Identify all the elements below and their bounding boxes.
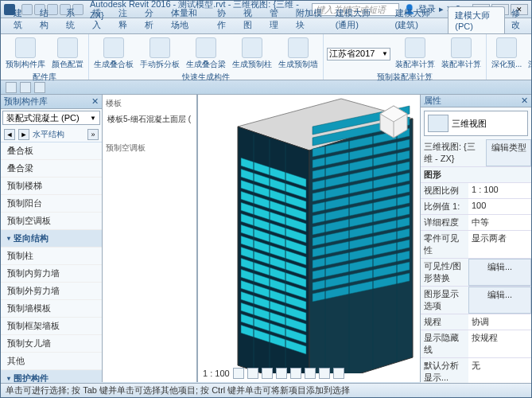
prefab-library-panel: 预制构件库 ✕ 装配式混凝土 (PC)▼ ◄ ► 水平结构 » 叠合板叠合梁预制… [1, 95, 103, 382]
btn-gen-column[interactable]: 生成预制柱 [231, 36, 274, 72]
property-row: 零件可见性显示两者 [421, 231, 531, 259]
view-cube[interactable] [374, 101, 414, 141]
ribbon-tab-strip: 建筑 结构 系统 插入 注释 分析 体量和场地 协作 视图 管理 附加模块 建模… [1, 18, 531, 34]
btn-gen-wall[interactable]: 生成预制墙 [277, 36, 320, 72]
edit-type-button[interactable]: 编辑类型 [486, 139, 531, 166]
prop-key: 比例值 1: [421, 199, 468, 214]
panel-close-icon[interactable]: ✕ [521, 96, 528, 106]
btn-prefab-library[interactable]: 预制构件库 [4, 36, 47, 72]
vc-render-icon[interactable] [290, 368, 301, 379]
tab-systems[interactable]: 系统 [60, 5, 86, 33]
tree-item[interactable]: 预制框架墙板 [1, 318, 102, 335]
panel-close-icon[interactable]: ✕ [91, 96, 99, 107]
btn-calc-2[interactable]: 装配率计算 [440, 36, 483, 72]
property-row: 图形显示选项编辑... [421, 287, 531, 314]
prop-key: 零件可见性 [421, 231, 468, 258]
tree-item[interactable]: 预制女儿墙 [1, 335, 102, 353]
property-row: 显示隐藏线按规程 [421, 330, 531, 358]
prop-value[interactable]: 按规程 [468, 330, 531, 357]
prop-key: 规程 [421, 314, 468, 330]
prop-value[interactable]: 100 [468, 199, 531, 214]
tree-item[interactable]: 预制空调板 [1, 213, 102, 230]
prop-value[interactable]: 中等 [468, 215, 531, 230]
btn-color-config[interactable]: 颜色配置 [50, 36, 85, 72]
type-selector[interactable]: 三维视图 [424, 111, 528, 136]
prop-value[interactable]: 显示两者 [468, 231, 531, 258]
property-row: 视图比例1 : 100 [421, 183, 531, 199]
tab-architecture[interactable]: 建筑 [7, 5, 33, 33]
properties-header: 属性 ✕ [421, 95, 531, 107]
tab-view[interactable]: 视图 [237, 5, 263, 33]
tree-category[interactable]: ▾围护构件 [1, 370, 102, 382]
opt-icon[interactable] [6, 82, 17, 93]
category-selector[interactable]: 装配式混凝土 (PC)▼ [2, 111, 100, 125]
preview-header-2: 预制空调板 [106, 142, 193, 154]
options-bar [1, 80, 531, 95]
prop-value[interactable]: 无 [468, 358, 531, 385]
prop-key: 显示隐藏线 [421, 330, 468, 357]
ribbon-group-library: 预制构件库 颜色配置 配件库 [1, 34, 89, 80]
tab-master-general[interactable]: 建模大师 (通用) [329, 5, 389, 33]
vc-detail-icon[interactable] [233, 368, 244, 379]
nav-label: 水平结构 [33, 129, 84, 140]
prop-value[interactable]: 1 : 100 [468, 183, 531, 198]
prop-value[interactable]: 协调 [468, 314, 531, 330]
tab-manage[interactable]: 管理 [263, 5, 289, 33]
btn-manual-split[interactable]: 手动拆分板 [138, 36, 181, 72]
prop-value[interactable]: 编辑... [468, 259, 531, 286]
tree-item[interactable]: 预制外剪力墙 [1, 283, 102, 300]
ribbon-group-generate: 生成叠合板 手动拆分板 生成叠合梁 生成预制柱 生成预制墙 快速生成构件 [89, 34, 324, 80]
tab-master-pc[interactable]: 建模大师 (PC) [448, 6, 505, 33]
btn-gen-slab[interactable]: 生成叠合板 [92, 36, 135, 72]
tab-master-arch[interactable]: 建模大师 (建筑) [389, 5, 449, 33]
nav-fwd-icon[interactable]: ► [18, 129, 29, 140]
panel-title: 属性 [424, 95, 441, 107]
tab-insert[interactable]: 插入 [86, 5, 112, 33]
btn-detail-1[interactable]: 深化预... [490, 36, 523, 72]
status-text: 单击可进行选择; 按 Tab 键并单击可选择其他项目; 按 Ctrl 键并单击可… [6, 384, 350, 396]
tree-item[interactable]: 预制楼梯 [1, 178, 102, 195]
tree-item[interactable]: 预制墙模板 [1, 300, 102, 318]
tab-structure[interactable]: 结构 [33, 5, 60, 33]
viewport[interactable]: 1 : 100 [198, 95, 420, 382]
preview-header: 楼板 [106, 98, 193, 109]
tree-item[interactable]: 其他 [1, 353, 102, 370]
status-bar: 单击可进行选择; 按 Tab 键并单击可选择其他项目; 按 Ctrl 键并单击可… [1, 383, 531, 397]
prefab-tree: 叠合板叠合梁预制楼梯预制阳台预制空调板▾竖向结构预制柱预制内剪力墙预制外剪力墙预… [1, 142, 102, 382]
tree-item[interactable]: 预制阳台 [1, 195, 102, 213]
tree-item[interactable]: 预制内剪力墙 [1, 265, 102, 283]
tree-item[interactable]: 叠合板 [1, 142, 102, 160]
vc-shadow-icon[interactable] [276, 368, 287, 379]
btn-calc-1[interactable]: 装配率计算 [394, 36, 437, 72]
tab-analyze[interactable]: 分析 [138, 5, 165, 33]
btn-gen-beam[interactable]: 生成叠合梁 [184, 36, 227, 72]
tree-item[interactable]: 叠合梁 [1, 160, 102, 178]
scale-value[interactable]: 1 : 100 [203, 369, 230, 378]
vc-sun-icon[interactable] [262, 368, 273, 379]
vc-style-icon[interactable] [247, 368, 258, 379]
prop-value[interactable]: 编辑... [468, 287, 531, 314]
nav-back-icon[interactable]: ◄ [4, 129, 15, 140]
ribbon-panel: 预制构件库 颜色配置 配件库 生成叠合板 手动拆分板 生成叠合梁 生成预制柱 生… [1, 34, 531, 80]
tree-item[interactable]: 预制柱 [1, 248, 102, 265]
tree-category[interactable]: ▾竖向结构 [1, 230, 102, 248]
prop-key: 图形显示选项 [421, 287, 468, 314]
opt-icon[interactable] [34, 82, 45, 93]
btn-detail-2[interactable]: 深化图... [526, 36, 532, 72]
tab-massing[interactable]: 体量和场地 [165, 5, 211, 33]
tab-modify[interactable]: 修改 [505, 5, 531, 33]
vc-lock-icon[interactable] [319, 368, 330, 379]
element-name[interactable]: 三维视图: {三维 - ZX} [421, 139, 486, 166]
tab-addins[interactable]: 附加模块 [289, 5, 329, 33]
vc-crop-icon[interactable] [305, 368, 316, 379]
opt-icon[interactable] [20, 82, 31, 93]
tab-collaborate[interactable]: 协作 [211, 5, 237, 33]
panel-title: 预制构件库 [4, 96, 48, 107]
vc-hide-icon[interactable] [333, 368, 344, 379]
main-workspace: 预制构件库 ✕ 装配式混凝土 (PC)▼ ◄ ► 水平结构 » 叠合板叠合梁预制… [1, 95, 531, 382]
standard-dropdown[interactable]: 江苏省2017▼ [327, 48, 390, 60]
ribbon-group-calc: 江苏省2017▼ 装配率计算 装配率计算 预制装配率计算 [324, 34, 487, 80]
nav-expand-icon[interactable]: » [87, 129, 99, 140]
preview-item[interactable]: 楼板5-细石混凝土面层 ( [106, 112, 193, 127]
tab-annotate[interactable]: 注释 [112, 5, 138, 33]
